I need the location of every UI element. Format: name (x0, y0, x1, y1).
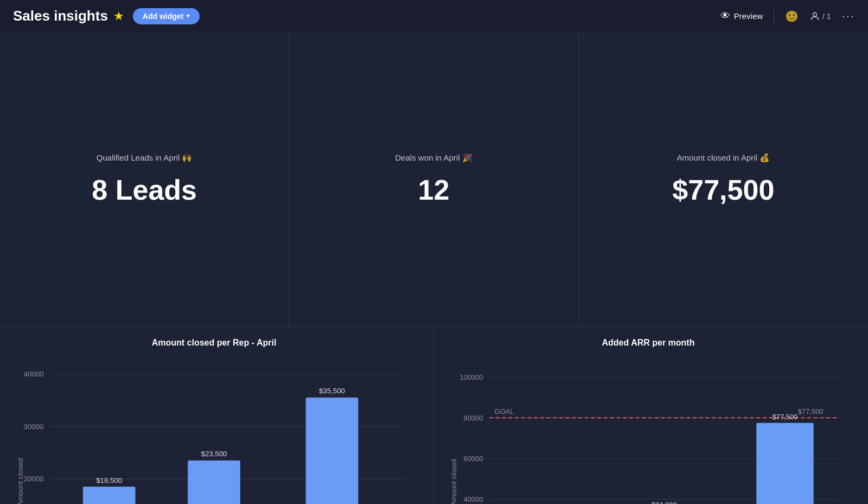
bar-chart-left: Amount closed 40000 30000 20000 10000 (11, 353, 417, 504)
svg-text:$77,500: $77,500 (798, 407, 824, 416)
svg-point-0 (813, 12, 817, 16)
header: Sales insights ★ Add widget ▾ 👁 Preview … (0, 0, 868, 33)
header-actions: 👁 Preview 🙂 / 1 ··· (720, 9, 855, 23)
svg-text:30000: 30000 (24, 423, 44, 431)
svg-text:$18,500: $18,500 (96, 476, 122, 484)
eye-icon: 👁 (720, 10, 730, 22)
svg-text:$35,500: $35,500 (319, 387, 345, 395)
more-options-icon[interactable]: ··· (842, 9, 855, 23)
bar-chart-right-svg: Amount closed 100000 80000 60000 40000 2… (445, 353, 852, 504)
preview-button[interactable]: 👁 Preview (720, 10, 763, 22)
header-divider (774, 10, 774, 23)
svg-text:100000: 100000 (459, 373, 483, 381)
bar-chart-left-svg: Amount closed 40000 30000 20000 10000 (11, 353, 417, 504)
svg-text:Amount closed: Amount closed (450, 459, 458, 504)
bar-chart-right: Amount closed 100000 80000 60000 40000 2… (445, 353, 852, 504)
add-widget-button[interactable]: Add widget ▾ (133, 8, 200, 24)
svg-text:40000: 40000 (24, 370, 44, 378)
svg-text:80000: 80000 (464, 414, 483, 422)
page-title: Sales insights (13, 8, 108, 24)
kpi-card-amount: Amount closed in April 💰 $77,500 (579, 33, 868, 327)
chart-panel-right: Added ARR per month Amount closed 100000… (434, 327, 868, 504)
svg-text:20000: 20000 (24, 475, 44, 483)
bar-april[interactable] (756, 423, 813, 504)
emoji-icon[interactable]: 🙂 (785, 10, 799, 23)
kpi-row: Qualified Leads in April 🙌 8 Leads Deals… (0, 33, 868, 327)
svg-text:$23,500: $23,500 (201, 450, 227, 458)
bar-lisa[interactable] (306, 398, 359, 504)
dashboard: Qualified Leads in April 🙌 8 Leads Deals… (0, 33, 868, 504)
svg-text:60000: 60000 (464, 455, 483, 463)
svg-text:Amount closed: Amount closed (16, 458, 24, 504)
svg-text:$77,500: $77,500 (773, 413, 798, 421)
bar-shelly[interactable] (188, 461, 240, 504)
chart-panel-left: Amount closed per Rep - April Amount clo… (0, 327, 434, 504)
svg-text:$34,000: $34,000 (652, 501, 677, 504)
kpi-card-leads: Qualified Leads in April 🙌 8 Leads (0, 33, 289, 327)
star-icon[interactable]: ★ (113, 9, 124, 23)
svg-text:40000: 40000 (464, 495, 483, 503)
user-count-icon[interactable]: / 1 (809, 11, 831, 22)
app-container: Sales insights ★ Add widget ▾ 👁 Preview … (0, 0, 868, 504)
chart-row: Amount closed per Rep - April Amount clo… (0, 327, 868, 504)
bar-lea[interactable] (83, 487, 136, 504)
svg-text:GOAL: GOAL (494, 407, 514, 416)
chevron-down-icon: ▾ (187, 12, 190, 20)
kpi-card-deals: Deals won in April 🎉 12 (289, 33, 578, 327)
